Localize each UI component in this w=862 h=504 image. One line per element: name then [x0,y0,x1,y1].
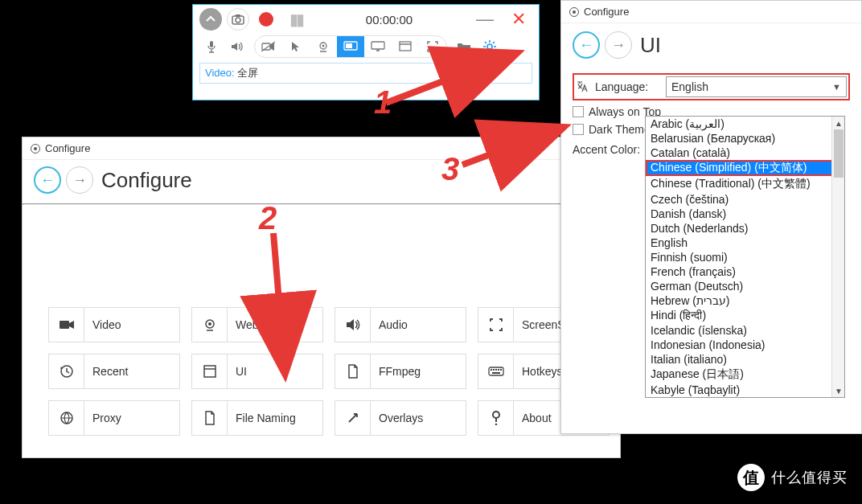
tile-label: Proxy [84,401,179,435]
checkbox[interactable] [573,124,584,135]
language-option[interactable]: English [646,236,844,250]
tile-label: Recent [84,354,179,388]
svg-point-37 [493,412,499,418]
tile-ui[interactable]: UI [191,354,323,389]
tile-label: Audio [371,308,466,342]
audio-icon [335,308,371,342]
watermark: 值 什么值得买 [737,464,848,491]
svg-point-7 [322,45,325,47]
language-option[interactable]: Hebrew (עברית) [646,293,844,308]
video-source-field[interactable]: Video: 全屏 [199,63,532,84]
scroll-thumb[interactable] [834,129,844,178]
tile-label: FFmpeg [371,354,466,388]
chevron-down-icon: ▼ [832,82,841,92]
tile-file-naming[interactable]: File Naming [191,400,323,436]
folder-icon[interactable] [452,36,476,57]
language-combobox[interactable]: English ▼ [666,76,847,97]
nav-forward-button[interactable]: → [605,31,632,59]
recorder-window: ▮▮ 00:00:00 — ✕ Video: 全屏 [192,4,540,100]
svg-rect-11 [400,42,411,51]
tile-label: Webcam [228,308,322,342]
language-option[interactable]: Indonesian (Indonesia) [646,338,844,352]
language-option[interactable]: Italian (italiano) [646,352,844,367]
proxy-icon [49,401,84,435]
language-option[interactable]: Dutch (Nederlands) [646,221,844,236]
settings-gear-icon[interactable] [478,36,502,57]
svg-rect-9 [346,43,352,48]
scroll-down-arrow[interactable]: ▼ [832,384,845,397]
svg-line-19 [493,50,495,51]
ui-icon [192,354,228,388]
language-option[interactable]: German (Deutsch) [646,279,844,293]
screen-primary-icon[interactable] [337,36,364,57]
svg-rect-22 [60,321,69,329]
scroll-up-arrow[interactable]: ▲ [832,117,845,129]
language-option[interactable]: Belarusian (Беларуская) [646,131,844,145]
svg-rect-3 [210,41,213,47]
language-option[interactable]: Chinese (Simplified) (中文简体) [646,160,844,176]
checkbox[interactable] [573,106,584,117]
close-button[interactable]: ✕ [505,9,532,30]
language-dropdown[interactable]: ▲ ▼ Arabic (العربية)Belarusian (Беларуск… [645,116,845,398]
recorder-toolbar [193,34,539,59]
language-option[interactable]: Kabyle (Taqbaylit) [646,383,844,397]
svg-line-21 [485,50,486,51]
language-option[interactable]: Catalan (català) [646,145,844,160]
video-icon [49,308,84,342]
about-icon [478,401,514,435]
language-option[interactable]: Czech (čeština) [646,192,844,207]
configure-ui-heading: UI [640,33,661,58]
video-label: Video: [205,67,235,79]
nav-back-button[interactable]: ← [573,31,600,59]
tile-video[interactable]: Video [48,307,180,342]
webcam-off-icon[interactable] [255,36,282,57]
recent-icon [49,354,84,388]
language-option[interactable]: Arabic (العربية) [646,117,844,131]
tile-ffmpeg[interactable]: FFmpeg [335,354,466,389]
pause-button[interactable]: ▮▮ [289,10,302,29]
mic-icon[interactable] [199,36,224,57]
webcam-icon [192,308,228,342]
language-label: Language: [595,80,659,93]
tile-webcam[interactable]: Webcam [191,307,323,342]
svg-rect-32 [498,369,499,371]
webcam-on-icon[interactable] [310,36,337,57]
window-title: Configure [584,6,629,18]
tile-label: UI [228,354,322,388]
tile-label: Overlays [371,401,466,435]
scrollbar[interactable]: ▲ ▼ [831,117,844,397]
overlays-icon [335,401,371,435]
language-option[interactable]: Japanese (日本語) [646,367,844,383]
timer-display: 00:00:00 [314,13,465,27]
svg-line-18 [485,42,486,43]
configure-window: Configure ← → Configure VideoWebcamAudio… [22,137,621,458]
cursor-icon[interactable] [282,36,310,57]
language-option[interactable]: Danish (dansk) [646,207,844,221]
screenshot-icon [478,308,514,342]
window-icon[interactable] [392,36,419,57]
svg-rect-28 [489,367,503,375]
speaker-icon[interactable] [225,36,249,57]
language-option[interactable]: Chinese (Traditional) (中文繁體) [646,176,844,192]
monitor-icon[interactable] [364,36,392,57]
svg-point-1 [236,18,240,23]
minimize-button[interactable]: — [470,9,500,30]
language-option[interactable]: Icelandic (íslenska) [646,323,844,338]
record-button[interactable] [259,12,273,27]
configure-ui-nav: ← → UI [561,23,861,67]
tile-overlays[interactable]: Overlays [335,400,466,436]
screenshot-button[interactable] [227,8,249,31]
svg-point-24 [208,322,211,326]
fullscreen-icon[interactable] [419,36,446,57]
language-option[interactable]: Finnish (suomi) [646,250,844,264]
dark-theme-label: Dark Theme [589,123,651,136]
app-icon [31,144,40,154]
collapse-button[interactable] [199,8,222,31]
language-option[interactable]: Hindi (हिन्दी) [646,308,844,323]
tile-recent[interactable]: Recent [48,354,180,389]
tile-audio[interactable]: Audio [335,307,466,342]
svg-rect-10 [371,42,384,49]
svg-rect-29 [491,369,492,371]
tile-proxy[interactable]: Proxy [48,400,180,436]
language-option[interactable]: French (français) [646,264,844,279]
